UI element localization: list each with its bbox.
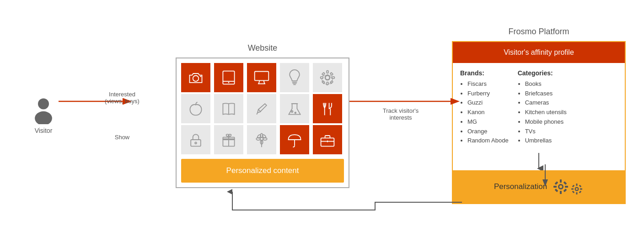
frosmo-section: Frosmo Platform Visitor's affinity profi…	[452, 27, 626, 205]
svg-rect-65	[571, 189, 574, 190]
svg-point-62	[576, 188, 578, 190]
category-item: Briefcases	[525, 89, 567, 99]
icon-monitor	[247, 63, 276, 92]
brands-list: Fiscars Furberry Guzzi Kanon MG Orange R…	[460, 79, 509, 146]
svg-rect-63	[576, 184, 578, 186]
svg-rect-19	[332, 77, 334, 79]
category-item: Umbrellas	[525, 136, 567, 146]
brand-item: Random Abode	[467, 136, 509, 146]
svg-point-52	[559, 185, 562, 188]
svg-line-26	[257, 113, 258, 115]
svg-point-29	[295, 112, 296, 113]
svg-rect-66	[580, 189, 582, 190]
frosmo-box: Visitor's affinity profile Brands: Fisca…	[452, 41, 626, 205]
category-item: Cameras	[525, 98, 567, 108]
category-item: Books	[525, 79, 567, 89]
brand-item: Furberry	[467, 89, 509, 99]
svg-rect-55	[553, 186, 557, 188]
svg-rect-21	[330, 72, 333, 75]
svg-rect-57	[555, 181, 558, 185]
svg-rect-53	[560, 179, 562, 183]
visitor-section: Visitor	[18, 97, 69, 134]
icon-book	[214, 94, 243, 123]
category-item: Mobile phones	[525, 117, 567, 127]
svg-rect-67	[572, 185, 575, 188]
svg-point-5	[228, 82, 230, 83]
svg-rect-58	[564, 181, 567, 185]
svg-rect-18	[321, 77, 323, 79]
icon-flask	[280, 94, 309, 123]
gear-icon-small	[570, 182, 584, 196]
affinity-categories-col: Categories: Books Briefcases Cameras Kit…	[518, 69, 567, 146]
visitor-label: Visitor	[35, 127, 53, 134]
svg-rect-7	[255, 71, 269, 80]
svg-point-34	[195, 142, 197, 144]
svg-rect-68	[579, 185, 582, 188]
icon-grid	[181, 63, 344, 154]
svg-rect-20	[322, 72, 325, 75]
icon-gift	[214, 125, 243, 154]
svg-line-8	[259, 80, 260, 84]
svg-point-0	[38, 98, 49, 109]
svg-rect-69	[572, 191, 575, 194]
website-box: Personalized content	[176, 58, 349, 188]
track-label: Track visitor's interests	[373, 107, 428, 121]
frosmo-title: Frosmo Platform	[508, 27, 569, 37]
gear-icon	[552, 178, 570, 196]
icon-lock	[181, 125, 210, 154]
icon-fork-knife	[313, 94, 342, 123]
icon-lightbulb	[280, 63, 309, 92]
svg-line-9	[264, 80, 265, 84]
affinity-body: Brands: Fiscars Furberry Guzzi Kanon MG …	[453, 63, 625, 152]
down-arrow-svg	[534, 152, 543, 170]
brand-item: Fiscars	[467, 79, 509, 89]
svg-rect-59	[555, 189, 558, 192]
personalization-btn: Personalization	[453, 170, 625, 203]
svg-point-2	[193, 75, 199, 81]
category-item: Kitchen utensils	[525, 108, 567, 117]
diagram-container: Visitor Interested (views, buys) Show We…	[0, 0, 644, 231]
brands-label: Brands:	[460, 69, 509, 77]
arrow-spacer	[453, 152, 625, 170]
svg-rect-54	[560, 191, 562, 194]
svg-rect-17	[327, 82, 328, 84]
svg-rect-70	[579, 191, 582, 194]
affinity-header: Visitor's affinity profile	[453, 42, 625, 63]
personalization-label: Personalization	[494, 182, 547, 191]
svg-rect-33	[191, 140, 201, 146]
svg-rect-64	[576, 192, 578, 194]
icon-flower	[247, 125, 276, 154]
interested-label: Interested (views, buys)	[105, 91, 140, 105]
svg-rect-16	[327, 70, 328, 73]
svg-point-28	[291, 110, 293, 112]
categories-list: Books Briefcases Cameras Kitchen utensil…	[518, 79, 567, 146]
svg-rect-60	[564, 189, 567, 192]
svg-point-44	[262, 134, 266, 138]
icon-pencil	[247, 94, 276, 123]
icon-tablet	[214, 63, 243, 92]
icon-apple	[181, 94, 210, 123]
visitor-avatar	[30, 97, 57, 124]
icon-camera	[181, 63, 210, 92]
personalized-content-btn: Personalized content	[181, 159, 344, 183]
affinity-columns: Brands: Fiscars Furberry Guzzi Kanon MG …	[460, 69, 617, 146]
svg-point-3	[200, 75, 201, 77]
brand-item: Orange	[467, 127, 509, 136]
category-item: TVs	[525, 127, 567, 136]
show-label: Show	[115, 134, 130, 141]
icon-gear	[313, 63, 342, 92]
website-section: Website	[176, 43, 349, 188]
icon-briefcase	[313, 125, 342, 154]
arrow-section-left: Interested (views, buys) Show	[92, 91, 152, 141]
arrow-section-middle: Track visitor's interests	[373, 107, 428, 124]
brand-item: Guzzi	[467, 98, 509, 108]
svg-point-1	[35, 111, 52, 124]
svg-point-14	[326, 75, 330, 79]
brand-item: MG	[467, 117, 509, 127]
svg-rect-56	[565, 186, 568, 188]
icon-umbrella	[280, 125, 309, 154]
affinity-brands-col: Brands: Fiscars Furberry Guzzi Kanon MG …	[460, 69, 509, 146]
svg-point-43	[257, 134, 262, 138]
svg-line-25	[258, 109, 261, 111]
brand-item: Kanon	[467, 108, 509, 117]
